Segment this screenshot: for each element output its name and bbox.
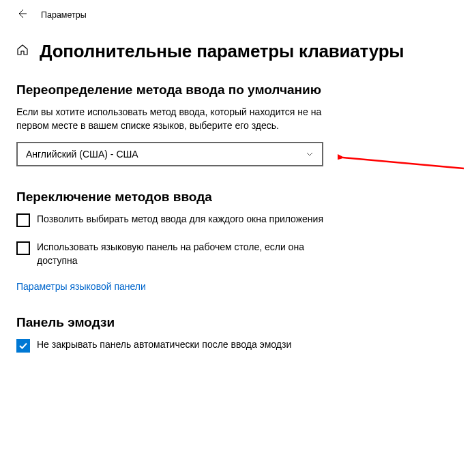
section-input-switching: Переключение методов ввода Позволить выб…: [16, 190, 456, 292]
checkbox-langbar[interactable]: [16, 241, 30, 255]
section-heading-emoji: Панель эмодзи: [16, 315, 456, 330]
dropdown-selected-value: Английский (США) - США: [26, 149, 138, 160]
home-icon[interactable]: [16, 44, 29, 59]
section-heading-override: Переопределение метода ввода по умолчани…: [16, 83, 456, 98]
window-title: Параметры: [41, 10, 87, 20]
checkbox-emoji-noautoclose-label: Не закрывать панель автоматически после …: [37, 338, 291, 352]
langbar-settings-link[interactable]: Параметры языковой панели: [16, 281, 146, 292]
default-input-dropdown[interactable]: Английский (США) - США: [16, 142, 323, 166]
section-default-input-override: Переопределение метода ввода по умолчани…: [16, 83, 456, 166]
checkbox-emoji-noautoclose[interactable]: [16, 339, 30, 353]
checkbox-per-window[interactable]: [16, 213, 30, 227]
section-emoji-panel: Панель эмодзи Не закрывать панель автома…: [16, 315, 456, 353]
checkbox-per-window-label: Позволить выбирать метод ввода для каждо…: [37, 213, 323, 226]
section-heading-switching: Переключение методов ввода: [16, 190, 456, 205]
checkbox-langbar-label: Использовать языковую панель на рабочем …: [37, 241, 330, 267]
page-title: Дополнительные параметры клавиатуры: [40, 41, 404, 62]
chevron-down-icon: [306, 150, 314, 158]
section-desc-override: Если вы хотите использовать метод ввода,…: [16, 106, 330, 132]
back-button[interactable]: [16, 8, 27, 22]
